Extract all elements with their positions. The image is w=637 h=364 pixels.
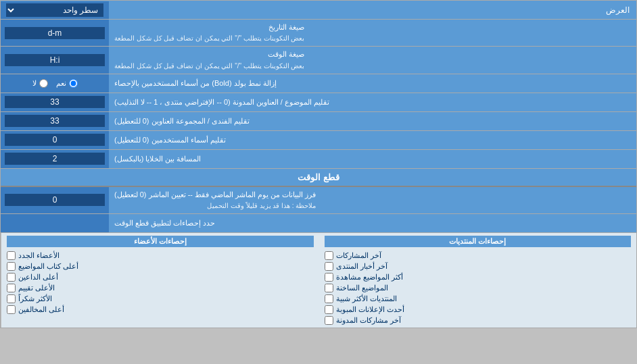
display-row: العرض سطر واحد سطرين ثلاثة أسطر <box>1 1 636 20</box>
realtime-label: فرز البيانات من يوم الماشر الماضي فقط --… <box>109 187 636 213</box>
bold-remove-label: إزالة نمط بولد (Bold) من أسماء المستخدمي… <box>109 74 636 93</box>
checkbox-col-members: إحصاءات الأعضاء الأعضاء الجدد أعلى كتاب … <box>1 233 319 328</box>
bold-yes-radio[interactable] <box>69 79 78 88</box>
date-format-input-cell <box>1 20 109 46</box>
cb-item-m4: الأعلى تقييم <box>7 284 314 292</box>
cb-hot-topics[interactable] <box>325 284 333 292</box>
topic-limit-input[interactable] <box>5 96 105 108</box>
cb-item-6: أحدث الإعلانات المبوبة <box>325 305 632 314</box>
cb-top-rated[interactable] <box>7 284 16 292</box>
cb-top-authors[interactable] <box>7 262 16 271</box>
topic-limit-input-cell <box>1 93 109 111</box>
username-limit-row: تقليم أسماء المستخدمين (0 للتعطيل) <box>1 131 636 150</box>
display-select[interactable]: سطر واحد سطرين ثلاثة أسطر <box>6 3 103 17</box>
cb-item-2: آخر أخبار المنتدى <box>325 262 632 271</box>
bold-no-label[interactable]: لا <box>32 79 48 88</box>
cb-new-members[interactable] <box>7 251 16 260</box>
cell-spacing-label: المسافة بين الخلايا (بالبكسل) <box>109 150 636 168</box>
cb-most-viewed[interactable] <box>325 273 333 282</box>
bold-remove-row: إزالة نمط بولد (Bold) من أسماء المستخدمي… <box>1 74 636 93</box>
username-limit-label: تقليم أسماء المستخدمين (0 للتعطيل) <box>109 131 636 149</box>
checkbox-col-forums: إحصاءات المنتديات آخر المشاركات آخر أخبا… <box>319 233 637 328</box>
date-format-row: صيغة التاريخ بعض التكوينات يتطلب "/" الت… <box>1 20 636 47</box>
bold-remove-radio-cell: نعم لا <box>1 74 109 93</box>
date-format-label: صيغة التاريخ بعض التكوينات يتطلب "/" الت… <box>109 20 636 46</box>
forums-col-header: إحصاءات المنتديات <box>325 236 632 247</box>
cell-spacing-input[interactable] <box>5 153 105 165</box>
forum-limit-input-cell <box>1 112 109 130</box>
cb-item-m2: أعلى كتاب المواضيع <box>7 262 314 271</box>
realtime-input-cell <box>1 187 109 213</box>
cb-item-7: آخر مشاركات المدونة <box>325 316 632 325</box>
cb-top-inviters[interactable] <box>7 273 16 282</box>
forum-limit-input[interactable] <box>5 115 105 127</box>
realtime-row: فرز البيانات من يوم الماشر الماضي فقط --… <box>1 187 636 214</box>
cb-forum-news[interactable] <box>325 262 333 271</box>
cb-item-m1: الأعضاء الجدد <box>7 251 314 260</box>
bold-yes-label[interactable]: نعم <box>56 79 78 88</box>
time-format-row: صيغة الوقت بعض التكوينات يتطلب "/" التي … <box>1 47 636 74</box>
cb-similar-forums[interactable] <box>325 294 333 303</box>
username-limit-input-cell <box>1 131 109 149</box>
topic-limit-row: تقليم الموضوع / العناوين المدونة (0 -- ا… <box>1 93 636 112</box>
realtime-input[interactable] <box>5 194 105 206</box>
cb-top-violators[interactable] <box>7 305 16 314</box>
time-format-label: صيغة الوقت بعض التكوينات يتطلب "/" التي … <box>109 47 636 73</box>
date-format-input[interactable] <box>5 27 105 39</box>
username-limit-input[interactable] <box>5 134 105 146</box>
time-format-input[interactable] <box>5 54 105 66</box>
checkbox-limit-row: حدد إحصاءات لتطبيق قطع الوقت <box>1 214 636 233</box>
bold-no-radio[interactable] <box>39 79 48 88</box>
forum-limit-row: تقليم الفندى / المجموعة العناوين (0 للتع… <box>1 112 636 131</box>
checkbox-limit-right <box>1 214 109 232</box>
cb-item-1: آخر المشاركات <box>325 251 632 260</box>
display-label: العرض <box>109 3 636 18</box>
cb-item-5: المنتديات الأكثر شبية <box>325 294 632 303</box>
cell-spacing-row: المسافة بين الخلايا (بالبكسل) <box>1 150 636 169</box>
display-select-cell: سطر واحد سطرين ثلاثة أسطر <box>1 1 109 19</box>
cell-spacing-input-cell <box>1 150 109 168</box>
checkbox-grid: إحصاءات المنتديات آخر المشاركات آخر أخبا… <box>1 233 636 328</box>
cb-blog-posts[interactable] <box>325 316 333 325</box>
cb-item-m5: الأكثر شكراً <box>7 294 314 303</box>
cb-item-4: المواضيع الساخنة <box>325 284 632 292</box>
cb-latest-classifieds[interactable] <box>325 305 333 314</box>
time-format-input-cell <box>1 47 109 73</box>
members-col-header: إحصاءات الأعضاء <box>7 236 314 247</box>
settings-container: العرض سطر واحد سطرين ثلاثة أسطر صيغة الت… <box>0 0 637 328</box>
realtime-section-header: قطع الوقت <box>1 169 636 187</box>
cb-item-m6: أعلى المخالفين <box>7 305 314 314</box>
checkbox-limit-label: حدد إحصاءات لتطبيق قطع الوقت <box>109 214 636 232</box>
cb-item-3: أكثر المواضيع مشاهدة <box>325 273 632 282</box>
cb-latest-posts[interactable] <box>325 251 333 260</box>
topic-limit-label: تقليم الموضوع / العناوين المدونة (0 -- ا… <box>109 93 636 111</box>
forum-limit-label: تقليم الفندى / المجموعة العناوين (0 للتع… <box>109 112 636 130</box>
cb-most-thankful[interactable] <box>7 294 16 303</box>
cb-item-m3: أعلى الداعين <box>7 273 314 282</box>
